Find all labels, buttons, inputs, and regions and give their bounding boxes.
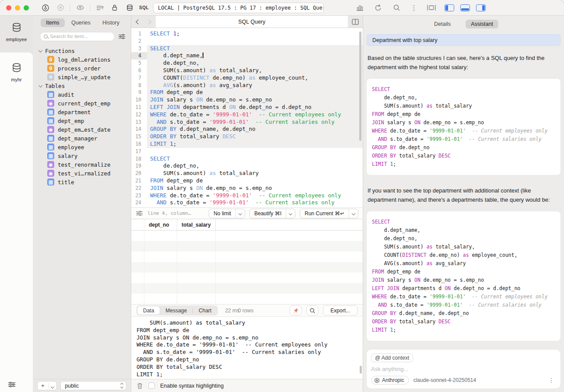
limit-select[interactable]: No limit <box>209 209 245 218</box>
minimize-window-button[interactable] <box>15 5 20 10</box>
search-input[interactable] <box>50 34 111 39</box>
sidebar-item-department[interactable]: ▦department <box>39 108 131 116</box>
connection-myhr[interactable]: myhr <box>0 52 33 87</box>
close-window-button[interactable] <box>6 5 11 10</box>
editor-line-21[interactable]: 21FROM dept_emp de <box>131 177 363 185</box>
forward-icon[interactable] <box>146 19 151 24</box>
filter-sliders-icon[interactable] <box>8 381 16 388</box>
trash-icon[interactable] <box>137 382 143 389</box>
chart-icon[interactable] <box>354 3 365 13</box>
editor-line-14[interactable]: 14GROUP BY d.dept_name, de.dept_no <box>131 126 363 133</box>
editor-line-8[interactable]: 8 AVG(s.amount) as avg_salary <box>131 82 363 89</box>
preview-scrollbar[interactable] <box>360 366 362 374</box>
connection-title-field[interactable]: LOCAL | PostgreSQL 17.5 : PG 17 : employ… <box>153 3 324 13</box>
preview-eye-icon[interactable] <box>75 3 85 13</box>
run-current-button[interactable]: Run Current ⌘↵ <box>300 209 358 218</box>
sidebar-item-log_dmlerations[interactable]: 0log_dml…erations <box>39 55 131 64</box>
beautify-button[interactable]: Beautify ⌘I <box>249 209 295 218</box>
column-header-total-salary[interactable]: total_salary <box>177 219 216 230</box>
filter-sliders-icon[interactable] <box>118 33 126 40</box>
add-context-chip[interactable]: @ Add context <box>371 354 413 362</box>
editor-line-10[interactable]: 10JOIN salary s ON de.emp_no = s.emp_no <box>131 96 363 104</box>
table-row[interactable] <box>131 241 363 252</box>
query-log-icon[interactable] <box>95 3 105 13</box>
sidebar-item-test_renormalize[interactable]: ◉test_renormalize <box>39 160 131 169</box>
editor-line-23[interactable]: 23WHERE de.to_date = '9999-01-01' -- Cur… <box>131 192 363 200</box>
sidebar-item-dept_emest_date[interactable]: ◉dept_em…est_date <box>39 125 131 134</box>
editor-scrollbar[interactable] <box>359 32 361 141</box>
assistant-prompt-input[interactable] <box>371 366 556 372</box>
back-icon[interactable] <box>136 19 140 24</box>
export-button[interactable]: Export... <box>323 305 357 315</box>
search-results-button[interactable] <box>306 305 319 315</box>
editor-line-12[interactable]: 12WHERE de.to_date = '9999-01-01' -- Cur… <box>131 111 363 119</box>
editor-line-17[interactable]: 17 <box>131 148 363 155</box>
editor-line-1[interactable]: 1SELECT 1; <box>131 30 363 38</box>
chat-more-options-icon[interactable]: ⋮ <box>548 377 556 384</box>
sidebar-item-dept_manager[interactable]: ▦dept_manager <box>39 134 131 143</box>
tab-message[interactable]: Message <box>160 306 193 315</box>
tree-section-tables[interactable]: Tables <box>39 81 131 90</box>
window-layout-icon[interactable] <box>426 3 437 13</box>
table-row[interactable] <box>131 294 363 304</box>
editor-settings-sliders-icon[interactable] <box>136 210 143 217</box>
tab-sql-query[interactable]: SQL Query <box>156 16 348 28</box>
assistant-code-block-1[interactable]: SELECT de.dept_no, SUM(s.amount) as tota… <box>367 79 560 175</box>
table-row[interactable] <box>131 231 363 241</box>
sql-editor[interactable]: 1SELECT 1;23SELECT4 d.dept_name,5 de.dep… <box>131 28 363 207</box>
stop-icon[interactable] <box>55 3 66 13</box>
plus-icon[interactable]: + <box>38 382 48 389</box>
table-row[interactable] <box>131 262 363 273</box>
syntax-highlighting-checkbox[interactable] <box>148 382 155 389</box>
add-item-dropdown[interactable] <box>49 382 56 390</box>
column-header-dept-no[interactable]: dept_no <box>144 219 177 230</box>
editor-line-3[interactable]: 3SELECT <box>131 45 363 52</box>
editor-line-4[interactable]: 4 d.dept_name, <box>131 52 363 60</box>
table-row[interactable] <box>131 283 363 294</box>
sidebar-item-simple_y_update[interactable]: ⚙simple_…y_update <box>39 73 131 81</box>
schema-select[interactable]: public <box>60 381 126 390</box>
editor-line-5[interactable]: 5 de.dept_no, <box>131 60 363 67</box>
sidebar-item-employee[interactable]: ▦employee <box>39 143 131 151</box>
editor-line-13[interactable]: 13 AND s.to_date = '9999-01-01' -- Curre… <box>131 119 363 126</box>
table-row[interactable] <box>131 252 363 262</box>
editor-line-22[interactable]: 22JOIN salary s ON de.emp_no = s.emp_no <box>131 185 363 192</box>
pin-results-button[interactable] <box>290 305 302 315</box>
conversation-title-banner[interactable]: Department with top salary <box>367 34 560 46</box>
table-row[interactable] <box>131 273 363 283</box>
editor-line-24[interactable]: 24 AND s.to_date = '9999-01-01' -- Curre… <box>131 199 363 206</box>
tab-queries[interactable]: Queries <box>66 18 96 27</box>
split-editor-icon[interactable] <box>348 16 363 28</box>
editor-line-9[interactable]: 9FROM dept_emp de <box>131 89 363 96</box>
sql-preview-pane[interactable]: SUM(s.amount) as total_salaryFROM dept_e… <box>131 316 363 379</box>
lock-icon[interactable] <box>109 3 120 13</box>
sidebar-item-salary[interactable]: ▦salary <box>39 151 131 160</box>
editor-line-7[interactable]: 7 COUNT(DISTINCT de.emp_no) as employee_… <box>131 74 363 82</box>
assistant-code-block-2[interactable]: SELECT d.dept_name, de.dept_no, SUM(s.am… <box>367 211 560 341</box>
editor-line-15[interactable]: 15ORDER BY total_salary DESC <box>131 133 363 140</box>
sidebar-item-audit[interactable]: ▦audit <box>39 90 131 99</box>
more-options-icon[interactable]: ⋮ <box>409 3 419 13</box>
sidebar-item-test_virmalized[interactable]: ◉test_vi…rmalized <box>39 169 131 178</box>
sidebar-item-current_dept_emp[interactable]: ◉current_dept_emp <box>39 99 131 108</box>
tab-history[interactable]: History <box>97 18 125 27</box>
editor-line-18[interactable]: 18SELECT <box>131 155 363 163</box>
item-search-field[interactable] <box>40 32 115 41</box>
tab-data[interactable]: Data <box>137 306 160 315</box>
sidebar-item-dept_emp[interactable]: ▦dept_emp <box>39 116 131 125</box>
add-item-button[interactable]: + <box>37 381 57 390</box>
zoom-window-button[interactable] <box>24 5 29 10</box>
toggle-left-panel-button[interactable] <box>445 4 454 11</box>
tab-details[interactable]: Details <box>429 20 456 28</box>
connection-employee[interactable]: employee <box>0 16 33 46</box>
sidebar-item-process_order[interactable]: 0process_order <box>39 64 131 73</box>
tab-items[interactable]: Items <box>41 18 65 27</box>
editor-line-6[interactable]: 6 SUM(s.amount) as total_salary, <box>131 67 363 74</box>
tab-assistant[interactable]: Assistant <box>466 20 498 28</box>
tree-section-functions[interactable]: Functions <box>39 46 131 55</box>
toggle-right-panel-button[interactable] <box>476 4 486 11</box>
editor-line-11[interactable]: 11LEFT JOIN departments d ON de.dept_no … <box>131 104 363 111</box>
editor-line-16[interactable]: 16LIMIT 1; <box>131 140 363 148</box>
editor-line-2[interactable]: 2 <box>131 38 363 45</box>
editor-line-20[interactable]: 20 SUM(s.amount) as total_salary <box>131 170 363 177</box>
